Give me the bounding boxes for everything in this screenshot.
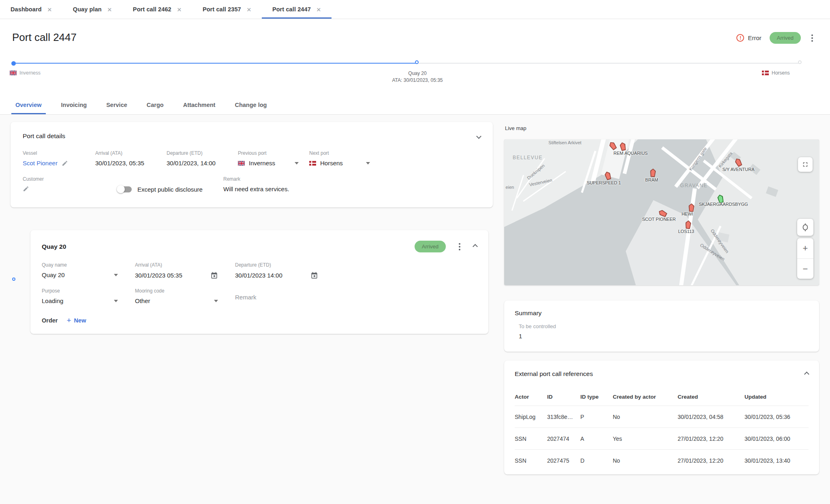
chevron-up-icon[interactable] — [473, 244, 478, 249]
live-map[interactable]: BELLEVUE Stiftelsen Arkivet Dueknipen Ve… — [504, 139, 819, 285]
window-tab-quay-plan[interactable]: Quay plan × — [62, 0, 122, 19]
port-call-details-card: Port call details Vessel Scot Pioneer Ar… — [11, 122, 493, 207]
plus-icon: + — [67, 316, 71, 324]
status-badge: Arrived — [770, 32, 801, 44]
quay-departure-field[interactable]: Departure (ETD) 30/01/2023 14:00 — [235, 262, 318, 279]
summary-metric-value: 1 — [519, 333, 809, 340]
customer-field: Customer — [23, 176, 95, 193]
kebab-menu-icon[interactable] — [809, 33, 815, 43]
dropdown-arrow-icon[interactable] — [214, 300, 218, 302]
quay-arrival-field[interactable]: Arrival (ATA) 30/01/2023 05:35 — [135, 262, 218, 279]
dropdown-arrow-icon[interactable] — [366, 162, 370, 164]
chevron-down-icon[interactable] — [476, 134, 481, 139]
vessel-label: LOS113 — [678, 229, 694, 234]
departure-etd-field: Departure (ETD) 30/01/2023, 14:00 — [167, 150, 238, 167]
window-tab-label: Quay plan — [73, 6, 102, 13]
calendar-icon[interactable] — [310, 271, 318, 279]
vessel-label: HEWI — [682, 211, 693, 216]
dropdown-arrow-icon[interactable] — [295, 162, 299, 164]
summary-card: Summary To be controlled 1 — [504, 301, 819, 352]
locate-button[interactable] — [797, 219, 813, 236]
quay-name-select[interactable]: Quay name Quay 20 — [42, 262, 118, 279]
current-stop-label: Quay 20 ATA: 30/01/2023, 05:35 — [377, 70, 458, 84]
window-tab-label: Port call 2462 — [133, 6, 171, 13]
vessel-label: BRAM — [645, 177, 658, 182]
summary-metric-label: To be controlled — [519, 323, 809, 329]
origin-dot — [11, 61, 16, 66]
kebab-menu-icon[interactable] — [456, 241, 463, 252]
zoom-out-button[interactable]: − — [797, 258, 813, 279]
tab-service[interactable]: Service — [96, 97, 137, 114]
vessel-label: SCOT PIONEER — [642, 217, 676, 222]
map-place-label: Stiftelsen Arkivet — [548, 140, 581, 145]
except-public-disclosure-toggle[interactable] — [117, 186, 132, 192]
table-row: SSN 2027474 A Yes 27/01/2023, 12:20 30/0… — [515, 427, 809, 449]
window-tab-port-call-2447[interactable]: Port call 2447 × — [262, 0, 332, 19]
dropdown-arrow-icon[interactable] — [114, 274, 118, 276]
map-place-label: BELLEVUE — [513, 155, 543, 160]
quay-card-title: Quay 20 — [42, 243, 66, 250]
vessel-link[interactable]: Scot Pioneer — [23, 160, 58, 167]
tab-attachment[interactable]: Attachment — [173, 97, 225, 114]
references-title: External port call references — [515, 370, 593, 378]
purpose-select[interactable]: Purpose Loading — [42, 288, 118, 304]
close-icon[interactable]: × — [247, 6, 251, 13]
dk-flag-icon — [309, 161, 316, 166]
vessel-label: SUPERSPEED 1 — [587, 180, 621, 185]
vessel-field: Vessel Scot Pioneer — [23, 150, 95, 167]
zoom-in-button[interactable]: + — [797, 238, 813, 258]
error-status[interactable]: ! Error — [736, 34, 761, 42]
status-badge: Arrived — [415, 241, 446, 252]
current-stop-dot — [415, 60, 419, 64]
origin-label: Inverness — [10, 70, 41, 76]
page-title: Port call 2447 — [12, 31, 77, 44]
next-port-select[interactable]: Next port Horsens — [309, 150, 381, 167]
quay-remark-input[interactable]: Remark — [235, 288, 318, 304]
fullscreen-button[interactable] — [798, 157, 813, 172]
tab-overview[interactable]: Overview — [6, 97, 51, 114]
public-disclosure-toggle-group: Except public disclosure — [95, 186, 223, 193]
section-tabs: Overview Invoicing Service Cargo Attachm… — [0, 97, 830, 115]
mooring-code-select[interactable]: Mooring code Other — [135, 288, 218, 304]
window-tab-label: Dashboard — [11, 6, 42, 13]
window-tab-label: Port call 2357 — [203, 6, 241, 13]
remark-field: Remark Will need extra services. — [223, 176, 289, 193]
window-tab-dashboard[interactable]: Dashboard × — [0, 0, 62, 19]
references-table: Actor ID ID type Created by actor Create… — [515, 391, 809, 471]
card-title: Port call details — [23, 132, 65, 140]
window-tab-label: Port call 2447 — [272, 6, 311, 13]
tab-invoicing[interactable]: Invoicing — [51, 97, 97, 114]
close-icon[interactable]: × — [107, 6, 112, 13]
edit-icon[interactable] — [62, 160, 68, 167]
add-order-button[interactable]: + New — [67, 316, 86, 324]
close-icon[interactable]: × — [317, 6, 321, 13]
map-place-label: Kongens gate — [688, 146, 708, 171]
map-place-label: GRAVANE — [680, 183, 707, 188]
calendar-icon[interactable] — [210, 271, 218, 279]
window-tab-port-call-2462[interactable]: Port call 2462 × — [122, 0, 192, 19]
close-icon[interactable]: × — [177, 6, 182, 13]
vessel-label: S/Y AVENTURA — [722, 167, 754, 172]
journey-progress-line — [13, 63, 417, 64]
destination-label: Horsens — [762, 70, 790, 76]
order-section-label: Order — [42, 317, 58, 324]
chevron-up-icon[interactable] — [804, 372, 809, 377]
live-map-title: Live map — [505, 125, 819, 131]
tab-cargo[interactable]: Cargo — [137, 97, 173, 114]
table-row: SSN 2027475 D No 27/01/2023, 12:20 30/01… — [515, 449, 809, 471]
vessel-marker[interactable] — [650, 169, 656, 177]
table-row: ShipLog 313fc8e… P No 30/01/2023, 04:58 … — [515, 406, 809, 427]
previous-port-select[interactable]: Previous port Inverness — [238, 150, 309, 167]
journey-remaining-line — [417, 63, 800, 64]
external-references-card: External port call references Actor ID I… — [504, 361, 819, 474]
window-tab-bar: Dashboard × Quay plan × Port call 2462 ×… — [0, 0, 830, 19]
page-header: Port call 2447 ! Error Arrived — [0, 19, 830, 48]
close-icon[interactable]: × — [47, 6, 52, 13]
dropdown-arrow-icon[interactable] — [114, 300, 118, 302]
edit-icon[interactable] — [23, 186, 29, 192]
summary-title: Summary — [515, 310, 809, 317]
error-icon: ! — [736, 34, 744, 42]
tab-change-log[interactable]: Change log — [225, 97, 276, 114]
window-tab-port-call-2357[interactable]: Port call 2357 × — [192, 0, 262, 19]
journey-timeline: Inverness Quay 20 ATA: 30/01/2023, 05:35… — [0, 54, 830, 97]
